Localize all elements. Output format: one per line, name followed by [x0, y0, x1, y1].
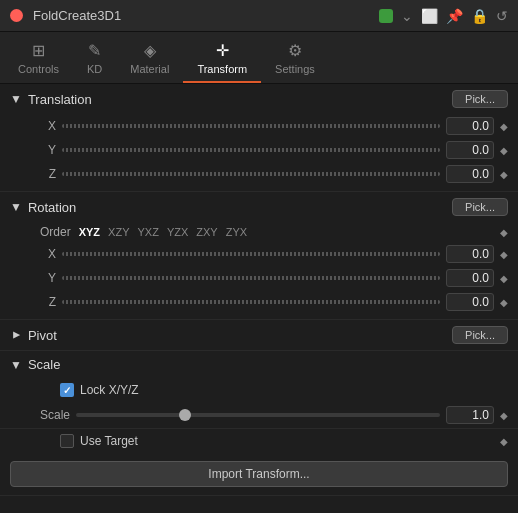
scale-keyframe[interactable]: ◆	[500, 410, 508, 421]
scale-arrow: ▼	[10, 358, 22, 372]
tab-material[interactable]: ◈ Material	[116, 39, 183, 83]
order-zyx[interactable]: ZYX	[226, 226, 247, 238]
lock-xyz-row: ✓ Lock X/Y/Z	[0, 378, 518, 402]
import-row: Import Transform...	[0, 453, 518, 495]
scale-header[interactable]: ▼ Scale	[0, 351, 518, 378]
translation-x-value[interactable]	[446, 117, 494, 135]
main-content: ▼ Translation Pick... X ◆ Y ◆ Z ◆ ▼ Rota…	[0, 84, 518, 513]
rotation-y-keyframe[interactable]: ◆	[500, 273, 508, 284]
pivot-header[interactable]: ▼ Pivot Pick...	[0, 320, 518, 350]
translation-z-row: Z ◆	[0, 162, 518, 191]
translation-pick-button[interactable]: Pick...	[452, 90, 508, 108]
tabbar: ⊞ Controls ✎ KD ◈ Material ✛ Transform ⚙…	[0, 32, 518, 84]
pivot-pick-button[interactable]: Pick...	[452, 326, 508, 344]
order-yzx[interactable]: YZX	[167, 226, 188, 238]
rotation-x-slider[interactable]	[62, 252, 440, 256]
tab-controls[interactable]: ⊞ Controls	[4, 39, 73, 83]
rotation-header[interactable]: ▼ Rotation Pick...	[0, 192, 518, 222]
scale-section: ▼ Scale ✓ Lock X/Y/Z Scale ◆ Use Target …	[0, 351, 518, 496]
kd-icon: ✎	[88, 43, 101, 59]
material-icon: ◈	[144, 43, 156, 59]
translation-x-label: X	[40, 119, 56, 133]
pin-icon[interactable]: 📌	[446, 8, 463, 24]
pivot-arrow: ▼	[9, 329, 23, 341]
titlebar: FoldCreate3D1 ⌄ ⬜ 📌 🔒 ↺	[0, 0, 518, 32]
use-target-keyframe[interactable]: ◆	[500, 436, 508, 447]
scale-title: Scale	[28, 357, 61, 372]
rotation-z-label: Z	[40, 295, 56, 309]
order-label: Order	[40, 225, 71, 239]
window-title: FoldCreate3D1	[33, 8, 379, 23]
lock-xyz-label: Lock X/Y/Z	[80, 383, 139, 397]
rotation-title: Rotation	[28, 200, 76, 215]
transform-icon: ✛	[216, 43, 229, 59]
rotation-z-row: Z ◆	[0, 290, 518, 319]
rotation-pick-button[interactable]: Pick...	[452, 198, 508, 216]
checkmark-icon: ✓	[63, 385, 71, 396]
rotation-x-row: X ◆	[0, 242, 518, 266]
translation-z-label: Z	[40, 167, 56, 181]
tab-settings[interactable]: ⚙ Settings	[261, 39, 329, 83]
order-yxz[interactable]: YXZ	[138, 226, 159, 238]
use-target-label: Use Target	[80, 434, 138, 448]
rotation-x-value[interactable]	[446, 245, 494, 263]
scale-label: Scale	[40, 408, 70, 422]
scale-slider[interactable]	[76, 413, 440, 417]
translation-y-row: Y ◆	[0, 138, 518, 162]
rotation-section: ▼ Rotation Pick... Order XYZ XZY YXZ YZX…	[0, 192, 518, 320]
rotation-order-keyframe[interactable]: ◆	[500, 227, 508, 238]
translation-z-slider[interactable]	[62, 172, 440, 176]
order-zxy[interactable]: ZXY	[196, 226, 217, 238]
rotation-z-slider[interactable]	[62, 300, 440, 304]
rotation-z-value[interactable]	[446, 293, 494, 311]
translation-x-slider[interactable]	[62, 124, 440, 128]
pivot-section: ▼ Pivot Pick...	[0, 320, 518, 351]
order-xyz[interactable]: XYZ	[79, 226, 100, 238]
rotation-arrow: ▼	[10, 200, 22, 214]
lock-xyz-checkbox[interactable]: ✓	[60, 383, 74, 397]
translation-y-keyframe[interactable]: ◆	[500, 145, 508, 156]
rotation-y-row: Y ◆	[0, 266, 518, 290]
rotation-z-keyframe[interactable]: ◆	[500, 297, 508, 308]
rotation-x-keyframe[interactable]: ◆	[500, 249, 508, 260]
tab-kd[interactable]: ✎ KD	[73, 39, 116, 83]
settings-icon: ⚙	[288, 43, 302, 59]
import-transform-button[interactable]: Import Transform...	[10, 461, 508, 487]
scale-slider-thumb[interactable]	[179, 409, 191, 421]
window-icon[interactable]: ⬜	[421, 8, 438, 24]
translation-y-label: Y	[40, 143, 56, 157]
lock-icon[interactable]: 🔒	[471, 8, 488, 24]
order-options: XYZ XZY YXZ YZX ZXY ZYX	[79, 226, 247, 238]
use-target-checkbox[interactable]	[60, 434, 74, 448]
translation-y-value[interactable]	[446, 141, 494, 159]
order-xzy[interactable]: XZY	[108, 226, 129, 238]
tab-transform[interactable]: ✛ Transform	[183, 39, 261, 83]
green-indicator	[379, 9, 393, 23]
rotation-order-row: Order XYZ XZY YXZ YZX ZXY ZYX ◆	[0, 222, 518, 242]
chevron-down-icon[interactable]: ⌄	[401, 8, 413, 24]
titlebar-controls: ⌄ ⬜ 📌 🔒 ↺	[379, 8, 508, 24]
rotation-x-label: X	[40, 247, 56, 261]
translation-section: ▼ Translation Pick... X ◆ Y ◆ Z ◆	[0, 84, 518, 192]
pivot-title: Pivot	[28, 328, 57, 343]
use-target-row: Use Target ◆	[0, 428, 518, 453]
rotation-y-value[interactable]	[446, 269, 494, 287]
translation-x-keyframe[interactable]: ◆	[500, 121, 508, 132]
rotation-y-label: Y	[40, 271, 56, 285]
translation-arrow: ▼	[10, 92, 22, 106]
translation-title: Translation	[28, 92, 92, 107]
refresh-icon[interactable]: ↺	[496, 8, 508, 24]
translation-y-slider[interactable]	[62, 148, 440, 152]
translation-z-keyframe[interactable]: ◆	[500, 169, 508, 180]
rotation-y-slider[interactable]	[62, 276, 440, 280]
scale-value-row: Scale ◆	[0, 402, 518, 428]
traffic-light[interactable]	[10, 9, 23, 22]
controls-icon: ⊞	[32, 43, 45, 59]
scale-value[interactable]	[446, 406, 494, 424]
translation-z-value[interactable]	[446, 165, 494, 183]
translation-x-row: X ◆	[0, 114, 518, 138]
translation-header[interactable]: ▼ Translation Pick...	[0, 84, 518, 114]
